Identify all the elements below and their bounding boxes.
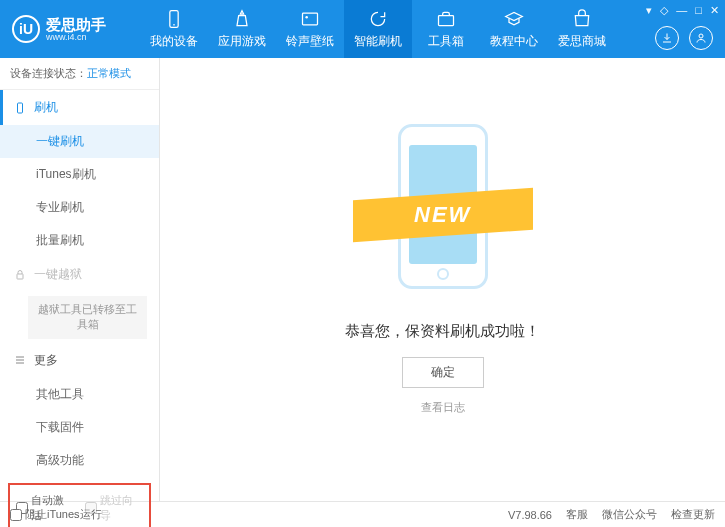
- svg-rect-4: [439, 16, 454, 26]
- nav-toolbox[interactable]: 工具箱: [412, 0, 480, 58]
- sidebar: 设备连接状态：正常模式 刷机 一键刷机 iTunes刷机 专业刷机 批量刷机 一…: [0, 58, 160, 501]
- section-flash[interactable]: 刷机: [0, 90, 159, 125]
- customer-service-link[interactable]: 客服: [566, 507, 588, 522]
- lock-icon: [14, 269, 26, 281]
- phone-icon: [163, 8, 185, 30]
- logo-text: 爱思助手: [46, 17, 106, 32]
- section-jailbreak[interactable]: 一键越狱: [0, 257, 159, 292]
- main-content: NEW 恭喜您，保资料刷机成功啦！ 确定 查看日志: [160, 58, 725, 501]
- section-more[interactable]: 更多: [0, 343, 159, 378]
- image-icon: [299, 8, 321, 30]
- nav-ringtones[interactable]: 铃声壁纸: [276, 0, 344, 58]
- graduation-icon: [503, 8, 525, 30]
- toolbox-icon: [435, 8, 457, 30]
- sidebar-itunes-flash[interactable]: iTunes刷机: [0, 158, 159, 191]
- menu-icon: [14, 354, 26, 366]
- svg-point-1: [173, 24, 175, 26]
- maximize-icon[interactable]: □: [695, 4, 702, 17]
- success-illustration: NEW: [368, 114, 518, 304]
- sidebar-download-firmware[interactable]: 下载固件: [0, 411, 159, 444]
- ok-button[interactable]: 确定: [402, 357, 484, 388]
- skin-icon[interactable]: ◇: [660, 4, 668, 17]
- connection-status: 设备连接状态：正常模式: [0, 58, 159, 90]
- nav-my-device[interactable]: 我的设备: [140, 0, 208, 58]
- sidebar-batch-flash[interactable]: 批量刷机: [0, 224, 159, 257]
- top-nav: 我的设备 应用游戏 铃声壁纸 智能刷机 工具箱 教程中心 爱思商城: [140, 0, 616, 58]
- jailbreak-note: 越狱工具已转移至工具箱: [28, 296, 147, 339]
- nav-flash[interactable]: 智能刷机: [344, 0, 412, 58]
- minimize-icon[interactable]: —: [676, 4, 687, 17]
- refresh-icon: [367, 8, 389, 30]
- svg-rect-6: [18, 103, 23, 113]
- nav-tutorials[interactable]: 教程中心: [480, 0, 548, 58]
- header: iU 爱思助手 www.i4.cn 我的设备 应用游戏 铃声壁纸 智能刷机 工具…: [0, 0, 725, 58]
- success-message: 恭喜您，保资料刷机成功啦！: [345, 322, 540, 341]
- view-log-link[interactable]: 查看日志: [421, 400, 465, 415]
- logo-icon: iU: [12, 15, 40, 43]
- apps-icon: [231, 8, 253, 30]
- user-button[interactable]: [689, 26, 713, 50]
- nav-store[interactable]: 爱思商城: [548, 0, 616, 58]
- svg-rect-2: [303, 13, 318, 25]
- sidebar-advanced[interactable]: 高级功能: [0, 444, 159, 477]
- new-ribbon: NEW: [353, 188, 533, 243]
- sidebar-oneclick-flash[interactable]: 一键刷机: [0, 125, 159, 158]
- sidebar-other-tools[interactable]: 其他工具: [0, 378, 159, 411]
- close-icon[interactable]: ✕: [710, 4, 719, 17]
- phone-icon: [14, 102, 26, 114]
- svg-point-5: [699, 34, 703, 38]
- download-button[interactable]: [655, 26, 679, 50]
- window-controls: ▾ ◇ — □ ✕: [646, 4, 719, 17]
- version-label: V7.98.66: [508, 509, 552, 521]
- svg-rect-7: [17, 274, 23, 279]
- block-itunes-checkbox[interactable]: 阻止iTunes运行: [10, 507, 102, 522]
- wechat-link[interactable]: 微信公众号: [602, 507, 657, 522]
- sidebar-pro-flash[interactable]: 专业刷机: [0, 191, 159, 224]
- check-update-link[interactable]: 检查更新: [671, 507, 715, 522]
- nav-apps[interactable]: 应用游戏: [208, 0, 276, 58]
- svg-point-3: [305, 16, 308, 18]
- store-icon: [571, 8, 593, 30]
- logo-url: www.i4.cn: [46, 32, 106, 42]
- header-actions: [655, 26, 713, 50]
- logo: iU 爱思助手 www.i4.cn: [0, 15, 140, 43]
- menu-icon[interactable]: ▾: [646, 4, 652, 17]
